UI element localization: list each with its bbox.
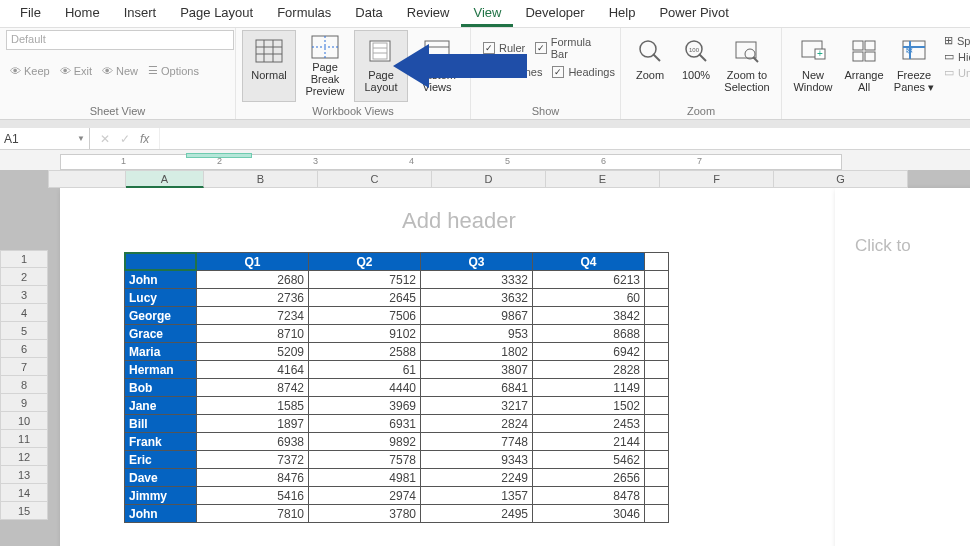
row-header-12[interactable]: 12 [0,448,48,466]
data-cell[interactable]: 1502 [533,397,645,415]
data-cell[interactable]: 6931 [309,415,421,433]
cell-empty[interactable] [645,487,669,505]
data-cell[interactable]: 2974 [309,487,421,505]
formula-input[interactable] [159,128,970,149]
data-cell[interactable]: 6942 [533,343,645,361]
data-cell[interactable]: 2828 [533,361,645,379]
row-header-2[interactable]: 2 [0,268,48,286]
name-cell[interactable]: Bill [125,415,197,433]
data-cell[interactable]: 953 [421,325,533,343]
name-cell[interactable]: John [125,271,197,289]
fx-icon[interactable]: fx [140,132,149,146]
cell-empty[interactable] [645,379,669,397]
name-cell[interactable]: Eric [125,451,197,469]
tab-insert[interactable]: Insert [112,0,169,27]
tab-developer[interactable]: Developer [513,0,596,27]
data-cell[interactable]: 7506 [309,307,421,325]
data-cell[interactable]: 6938 [197,433,309,451]
data-cell[interactable]: 8710 [197,325,309,343]
data-cell[interactable]: 8742 [197,379,309,397]
data-cell[interactable]: 2736 [197,289,309,307]
row-header-4[interactable]: 4 [0,304,48,322]
tab-home[interactable]: Home [53,0,112,27]
data-cell[interactable]: 6841 [421,379,533,397]
cell-empty[interactable] [645,361,669,379]
col-header-b[interactable]: B [204,170,318,188]
name-cell[interactable]: Bob [125,379,197,397]
data-cell[interactable]: 3217 [421,397,533,415]
cell-empty[interactable] [645,433,669,451]
cell-empty[interactable] [645,397,669,415]
exit-button[interactable]: 👁Exit [56,62,96,79]
cell-empty[interactable] [645,343,669,361]
header-placeholder[interactable]: Add header [60,188,858,252]
row-header-11[interactable]: 11 [0,430,48,448]
data-cell[interactable]: 2144 [533,433,645,451]
freeze-panes-button[interactable]: ❄ Freeze Panes ▾ [890,30,938,102]
page-layout-button[interactable]: Page Layout [354,30,408,102]
tab-formulas[interactable]: Formulas [265,0,343,27]
col-header-g[interactable]: G [774,170,908,188]
arrange-all-button[interactable]: Arrange All [840,30,888,102]
name-cell[interactable]: Frank [125,433,197,451]
row-header-3[interactable]: 3 [0,286,48,304]
zoom-selection-button[interactable]: Zoom to Selection [719,30,775,102]
hide-button[interactable]: ▭Hide [944,50,970,63]
col-header-f[interactable]: F [660,170,774,188]
col-header-gutter[interactable] [48,170,126,188]
data-cell[interactable]: 6213 [533,271,645,289]
gridlines-checkbox[interactable]: ✓Gridlines [483,66,542,78]
name-cell[interactable]: George [125,307,197,325]
cell-empty[interactable] [645,289,669,307]
page-break-preview-button[interactable]: Page Break Preview [298,30,352,102]
zoom-100-button[interactable]: 100 100% [675,30,717,102]
data-cell[interactable]: 1585 [197,397,309,415]
name-cell[interactable]: Lucy [125,289,197,307]
cell-empty[interactable] [645,415,669,433]
data-cell[interactable]: 7512 [309,271,421,289]
new-window-button[interactable]: + New Window [788,30,838,102]
tab-view[interactable]: View [461,0,513,27]
row-header-9[interactable]: 9 [0,394,48,412]
row-header-5[interactable]: 5 [0,322,48,340]
data-cell[interactable]: 3807 [421,361,533,379]
col-header-a[interactable]: A [126,170,204,188]
normal-view-button[interactable]: Normal [242,30,296,102]
name-cell[interactable]: Maria [125,343,197,361]
data-cell[interactable]: 7578 [309,451,421,469]
formula-bar-checkbox[interactable]: ✓Formula Bar [535,36,608,60]
zoom-button[interactable]: Zoom [627,30,673,102]
cell-empty[interactable] [645,271,669,289]
data-cell[interactable]: 1149 [533,379,645,397]
data-cell[interactable]: 9102 [309,325,421,343]
name-cell[interactable]: John [125,505,197,523]
col-header-d[interactable]: D [432,170,546,188]
data-cell[interactable]: 61 [309,361,421,379]
header-q2[interactable]: Q2 [309,253,421,271]
cell-empty[interactable] [645,307,669,325]
cell-empty[interactable] [645,253,669,271]
data-cell[interactable]: 4164 [197,361,309,379]
options-button[interactable]: ☰Options [144,62,203,79]
col-header-e[interactable]: E [546,170,660,188]
data-cell[interactable]: 3046 [533,505,645,523]
split-button[interactable]: ⊞Split [944,34,970,47]
header-q3[interactable]: Q3 [421,253,533,271]
data-cell[interactable]: 3780 [309,505,421,523]
data-cell[interactable]: 1357 [421,487,533,505]
data-cell[interactable]: 5462 [533,451,645,469]
data-cell[interactable]: 1897 [197,415,309,433]
name-cell[interactable]: Grace [125,325,197,343]
cell-empty[interactable] [645,469,669,487]
data-cell[interactable]: 2824 [421,415,533,433]
keep-button[interactable]: 👁Keep [6,62,54,79]
new-button[interactable]: 👁New [98,62,142,79]
data-cell[interactable]: 4981 [309,469,421,487]
data-cell[interactable]: 2680 [197,271,309,289]
data-cell[interactable]: 7234 [197,307,309,325]
row-header-6[interactable]: 6 [0,340,48,358]
ruler-checkbox[interactable]: ✓Ruler [483,36,525,60]
name-cell[interactable]: Herman [125,361,197,379]
row-header-14[interactable]: 14 [0,484,48,502]
tab-help[interactable]: Help [597,0,648,27]
